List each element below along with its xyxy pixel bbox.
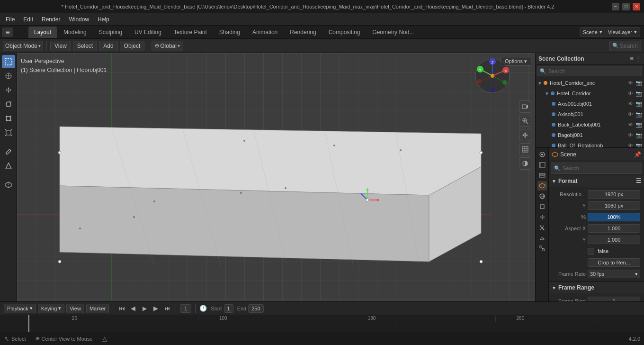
play-btn[interactable]: ▶ [140,304,149,313]
resolution-pct-value[interactable]: 100% [588,213,640,221]
outliner-item-ball-rotation[interactable]: Ball_Of_Rotationob 👁 📷 [536,140,644,148]
playback-dropdown[interactable]: Playback ▾ [4,304,36,313]
keying-dropdown[interactable]: Keying ▾ [38,304,65,313]
camera-view-btn[interactable] [519,100,531,113]
visibility-icon[interactable]: 👁 [628,132,633,138]
world-props-icon[interactable] [537,191,547,201]
current-frame[interactable]: 1 [180,304,191,313]
select-btn[interactable]: Select [73,41,97,51]
end-frame[interactable]: 250 [248,304,263,313]
frame-rate-dropdown[interactable]: 30 fps ▾ [588,270,640,278]
visibility-icon[interactable]: 👁 [628,80,633,86]
view-layer-icon[interactable] [537,171,547,180]
timeline-strip[interactable]: 20 100 180 260 [0,315,644,332]
grid-overlay-btn[interactable] [519,143,531,155]
tab-animation[interactable]: Animation [247,27,283,38]
tab-compositing[interactable]: Compositing [323,27,366,38]
object-props-icon[interactable] [537,202,547,211]
resolution-y-value[interactable]: 1080 px [588,201,640,210]
visibility-icon[interactable]: 👁 [628,91,633,96]
tool-scale[interactable] [2,112,15,125]
outliner-filter-icon[interactable]: ≡ [630,55,634,62]
camera-icon[interactable]: 📷 [635,91,642,97]
pan-btn[interactable] [519,129,531,141]
tab-geometry-nodes[interactable]: Geometry Nod... [367,27,420,38]
object-btn[interactable]: Object [120,41,145,51]
tool-select[interactable] [2,55,15,68]
view-dropdown[interactable]: View [66,304,84,313]
camera-icon[interactable]: 📷 [635,122,642,128]
camera-icon[interactable]: 📷 [635,143,642,148]
tool-measure[interactable] [2,159,15,172]
constraints-props-icon[interactable] [537,244,547,253]
menu-item-file[interactable]: File [2,15,18,24]
outliner-item-hotel-corridor-2[interactable]: ▼ Hotel_Corridor_. 👁 📷 [536,88,644,99]
properties-pin-icon[interactable]: 📌 [634,151,641,158]
visibility-icon[interactable]: 👁 [628,143,633,148]
visibility-icon[interactable]: 👁 [628,122,633,127]
transform-dropdown[interactable]: ⊕ Global ▾ [152,41,183,51]
viewport[interactable]: User Perspective (1) Scene Collection | … [17,53,535,301]
crop-render-value[interactable]: Crop to Ren... [588,258,640,267]
maximize-button[interactable]: □ [622,3,630,10]
jump-start-btn[interactable]: ⏮ [117,304,126,313]
camera-icon[interactable]: 📷 [635,80,642,86]
format-section-header[interactable]: ▼ Format ☰ [549,175,644,187]
physics-props-icon[interactable] [537,233,547,243]
tab-shading[interactable]: Shading [214,27,246,38]
minimize-button[interactable]: − [612,3,619,10]
outliner-item-hotel-corridor[interactable]: ▼ Hotel_Corridor_anc 👁 📷 [536,78,644,88]
camera-icon[interactable]: 📷 [635,101,642,107]
menu-item-help[interactable]: Help [94,15,113,24]
format-menu-icon[interactable]: ☰ [636,178,641,184]
outliner-item-axisobj001[interactable]: Axisobj001 👁 📷 [536,109,644,119]
camera-icon[interactable]: 📷 [635,111,642,118]
start-frame[interactable]: 1 [224,304,233,313]
camera-icon[interactable]: 📷 [635,132,642,138]
tab-modeling[interactable]: Modeling [58,27,92,38]
close-button[interactable]: ✕ [633,3,640,10]
tool-cursor[interactable] [2,69,15,82]
tab-uv-editing[interactable]: UV Editing [129,27,167,38]
render-props-icon[interactable] [537,150,547,159]
output-props-icon[interactable] [537,160,547,170]
tool-add-box[interactable] [2,178,15,191]
menu-item-render[interactable]: Render [38,15,64,24]
tab-sculpting[interactable]: Sculpting [93,27,128,38]
resolution-x-value[interactable]: 1920 px [588,190,640,199]
navigation-gizmo[interactable]: X Y Z [474,57,511,95]
outliner-item-axis001[interactable]: Axis001obj001 👁 📷 [536,99,644,109]
outliner-search[interactable]: 🔍 Search [537,66,642,76]
mode-dropdown[interactable]: Object Mode ▾ [3,41,43,51]
menu-item-edit[interactable]: Edit [19,15,37,24]
aspect-x-value[interactable]: 1.000 [588,224,640,233]
frame-range-header[interactable]: ▼ Frame Range [549,282,644,293]
scene-props-icon[interactable] [537,181,547,191]
step-forward-btn[interactable]: ▶ [151,304,161,313]
tab-texture-paint[interactable]: Texture Paint [168,27,213,38]
outliner-item-back-label[interactable]: Back_Labelobj001 👁 📷 [536,119,644,130]
aspect-y-value[interactable]: 1.000 [588,236,640,244]
outliner-more-icon[interactable]: ⋮ [635,55,641,62]
tool-rotate[interactable] [2,98,15,111]
tool-move[interactable] [2,83,15,97]
jump-end-btn[interactable]: ⏭ [162,304,172,313]
frame-start-value[interactable]: 1 [588,297,640,301]
shading-btn[interactable] [519,157,531,170]
properties-search[interactable]: 🔍 Search [551,163,642,174]
view-btn[interactable]: View [50,41,71,51]
zoom-btn[interactable] [519,115,531,127]
blender-logo[interactable]: ⊕ [2,27,13,37]
add-btn[interactable]: Add [99,41,117,51]
marker-dropdown[interactable]: Marker [86,304,109,313]
menu-item-window[interactable]: Window [65,15,93,24]
tool-transform[interactable] [2,126,15,139]
tool-annotate[interactable] [2,145,15,158]
visibility-icon[interactable]: 👁 [628,111,633,117]
modifier-props-icon[interactable] [537,212,547,222]
tab-rendering[interactable]: Rendering [284,27,322,38]
tab-layout[interactable]: Layout [28,27,57,38]
render-region-checkbox[interactable] [588,248,594,254]
step-back-btn[interactable]: ◀ [128,304,138,313]
outliner-item-bag[interactable]: Bagobj001 👁 📷 [536,130,644,140]
